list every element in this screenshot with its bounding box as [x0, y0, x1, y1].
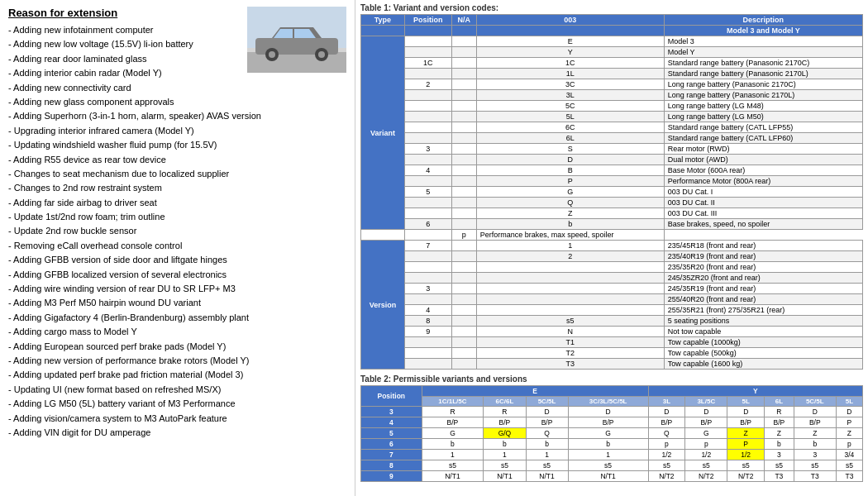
combo-cell: 1 [568, 450, 648, 460]
svg-rect-2 [247, 52, 346, 73]
code-003-cell: s5 [476, 316, 664, 327]
col-code-na: N/A [451, 15, 476, 26]
position-cell [404, 176, 451, 187]
table-row: 255/40R20 (front and rear) [361, 294, 863, 305]
list-item: - Adding Superhorn (3-in-1 horn, alarm, … [8, 110, 346, 122]
combo-cell: D [685, 407, 727, 417]
code-na-cell [451, 305, 476, 316]
col-description: Description [664, 15, 862, 26]
position-cell [404, 101, 451, 112]
combo-cell: 1 [484, 450, 526, 460]
table-row: 2235/40R19 (front and rear) [361, 251, 863, 262]
position-cell [404, 36, 451, 47]
description-cell: Long range battery (LG M48) [664, 101, 862, 112]
combo-cell: B/P [727, 417, 765, 428]
position-cell [404, 251, 451, 262]
description-cell: Standard range battery (Panasonic 2170L) [664, 69, 862, 79]
code-003-cell [476, 273, 664, 284]
description-cell: Performance Motor (800A rear) [664, 176, 862, 187]
code-003-cell [476, 294, 664, 305]
code-003-cell: T1 [476, 337, 664, 348]
code-003-cell: N [476, 327, 664, 337]
left-panel: Reason for extension - Adding new infota… [0, 0, 355, 496]
description-cell: 245/35R19 (front and rear) [664, 284, 862, 294]
combo-cell: N/T2 [727, 471, 765, 482]
col-model-sub: Model 3 and Model Y [664, 26, 862, 36]
combo-cell: G/Q [484, 428, 526, 439]
table-row: 6bBase brakes, speed, no spoiler [361, 219, 863, 230]
description-cell: 235/40R19 (front and rear) [664, 251, 862, 262]
table-row: T2Tow capable (500kg) [361, 348, 863, 359]
combo-cell: N/T1 [422, 471, 484, 482]
combo-cell: B/P [794, 417, 836, 428]
code-na-cell [451, 251, 476, 262]
code-na-cell [451, 198, 476, 208]
position-cell [404, 155, 451, 165]
combo-cell: P [836, 417, 862, 428]
combo-cell: 1/2 [685, 450, 727, 460]
combo-cell: 1 [422, 450, 484, 460]
position-cell: 6 [361, 439, 422, 450]
combo-cell: Z [765, 428, 794, 439]
combo-cell: B/P [648, 417, 685, 428]
code-003-cell: p [451, 230, 476, 241]
combo-cell: s5 [727, 460, 765, 471]
description-cell: Not tow capable [664, 327, 862, 337]
list-item: - Adding cargo mass to Model Y [8, 326, 346, 338]
col-position: Position [404, 15, 451, 26]
code-na-cell [451, 79, 476, 90]
code-na-cell [451, 337, 476, 348]
code-na-cell [451, 155, 476, 165]
list-item: - Adding VIN digit for DU amperage [8, 427, 346, 439]
svg-point-8 [269, 51, 275, 58]
table-row: 3245/35R19 (front and rear) [361, 284, 863, 294]
code-003-cell: b [476, 219, 664, 230]
table-row: 3RRDDDDDRDD [361, 407, 863, 417]
description-cell: Dual motor (AWD) [664, 155, 862, 165]
table-row: 3LLong range battery (Panasonic 2170L) [361, 90, 863, 101]
description-cell: Performance brakes, max speed, spoiler [476, 230, 664, 241]
variant-version-table: Type Position N/A 003 Description Model … [360, 14, 863, 370]
table-row: T3Tow capable (1600 kg) [361, 359, 863, 370]
combinations-table: Position E Y 1C/1L/5C 6C/6L 5C/5L 3C/3L/… [360, 385, 863, 482]
code-003-cell: 3L [476, 90, 664, 101]
code-003-cell: D [476, 155, 664, 165]
table-row: 4255/35R21 (front) 275/35R21 (rear) [361, 305, 863, 316]
list-item: - Adding far side airbag to driver seat [8, 197, 346, 209]
list-item: - Removing eCall overhead console contro… [8, 240, 346, 252]
combo-cell: B/P [568, 417, 648, 428]
description-cell: Long range battery (Panasonic 2170C) [664, 79, 862, 90]
code-003-cell [476, 262, 664, 273]
code-na-cell [451, 208, 476, 219]
code-003-cell: B [476, 165, 664, 176]
code-003-cell: S [476, 144, 664, 155]
position-cell: 3 [404, 144, 451, 155]
combo-3l5c: 3L/5C [685, 397, 727, 407]
combo-cell: Q [526, 428, 568, 439]
table-row: 9N/T1N/T1N/T1N/T1N/T2N/T2N/T2T3T3T3 [361, 471, 863, 482]
code-003-cell: P [476, 176, 664, 187]
list-item: - Updating windshield washer fluid pump … [8, 139, 346, 151]
position-cell [361, 230, 405, 241]
list-item: - Adding Gigafactory 4 (Berlin-Brandenbu… [8, 312, 346, 324]
description-cell: 255/35R21 (front) 275/35R21 (rear) [664, 305, 862, 316]
combo-cell: G [568, 428, 648, 439]
code-003-cell: G [476, 187, 664, 198]
table-row: DDual motor (AWD) [361, 155, 863, 165]
description-cell: 003 DU Cat. I [664, 187, 862, 198]
combo-cell: s5 [526, 460, 568, 471]
table-row: 245/35ZR20 (front and rear) [361, 273, 863, 284]
table-row: 6bbbbppPbbp [361, 439, 863, 450]
code-na-cell [451, 133, 476, 144]
col-na-sub [451, 26, 476, 36]
description-cell: Model Y [664, 47, 862, 58]
list-item: - Adding updated perf brake pad friction… [8, 369, 346, 381]
table-row: 5G003 DU Cat. I [361, 187, 863, 198]
list-item: - Adding wire winding version of rear DU… [8, 283, 346, 295]
code-003-cell: 6L [476, 133, 664, 144]
description-cell: Tow capable (1600 kg) [664, 359, 862, 370]
combo-cell: s5 [765, 460, 794, 471]
combo-cell: 1/2 [648, 450, 685, 460]
position-cell [404, 294, 451, 305]
combo-cell: p [648, 439, 685, 450]
